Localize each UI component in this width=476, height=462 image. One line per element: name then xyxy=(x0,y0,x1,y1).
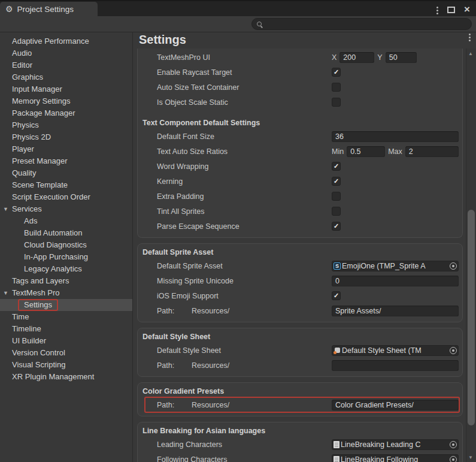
search-box[interactable] xyxy=(251,18,472,30)
section-header: Text Component Default Settings xyxy=(141,117,459,129)
text-auto-size-ratios-min-field[interactable] xyxy=(347,146,385,157)
sidebar-item-scene-template[interactable]: Scene Template xyxy=(0,179,132,191)
sidebar-item-timeline[interactable]: Timeline xyxy=(0,323,132,335)
sidebar-item-label: Player xyxy=(12,144,34,153)
sidebar-item-label: Graphics xyxy=(12,73,43,81)
sidebar-item-version-control[interactable]: Version Control xyxy=(0,347,132,359)
path-prefix: Resources/ xyxy=(192,307,229,315)
parse-escape-sequence-checkbox[interactable]: ✓ xyxy=(332,222,341,231)
ios-emoji-support-checkbox[interactable]: ✓ xyxy=(332,291,341,300)
scrollbar-thumb[interactable] xyxy=(468,210,475,425)
auto-size-text-container-checkbox[interactable]: ✓ xyxy=(332,83,341,92)
axis-label-max: Max xyxy=(388,147,402,156)
path-resources-field[interactable] xyxy=(332,360,459,371)
sidebar-item-settings[interactable]: Settings xyxy=(0,299,132,311)
object-picker-icon[interactable] xyxy=(450,456,457,462)
sidebar-item-label: TextMesh Pro xyxy=(12,288,59,297)
sidebar-list: Adaptive PerformanceAudioEditorGraphicsI… xyxy=(0,35,132,383)
text-auto-size-ratios-max-field[interactable] xyxy=(405,146,459,157)
maximize-icon[interactable] xyxy=(447,7,455,13)
sidebar-item-visual-scripting[interactable]: Visual Scripting xyxy=(0,359,132,371)
sidebar-item-legacy-analytics[interactable]: Legacy Analytics xyxy=(0,263,132,275)
textmeshpro-ui-y-field[interactable] xyxy=(386,52,417,63)
leading-characters-object-field[interactable]: LineBreaking Leading C xyxy=(332,439,459,450)
tint-all-sprites-checkbox[interactable]: ✓ xyxy=(332,207,341,216)
sidebar-item-quality[interactable]: Quality xyxy=(0,167,132,179)
scroll-up-icon[interactable]: ▲ xyxy=(468,51,473,56)
sidebar-item-label: Ads xyxy=(24,216,37,225)
sidebar-item-physics-2d[interactable]: Physics 2D xyxy=(0,131,132,143)
section-header: Default Style Sheet xyxy=(141,331,459,343)
word-wrapping-checkbox[interactable]: ✓ xyxy=(332,162,341,171)
sidebar-item-physics[interactable]: Physics xyxy=(0,119,132,131)
missing-sprite-unicode-field[interactable] xyxy=(332,276,459,286)
scroll-down-icon[interactable]: ▼ xyxy=(468,455,473,460)
path-resources-field[interactable] xyxy=(332,306,459,316)
default-font-size-field[interactable] xyxy=(332,131,459,142)
close-icon[interactable]: × xyxy=(464,5,470,14)
default-style-sheet-object-field[interactable]: Default Style Sheet (TM xyxy=(332,345,459,356)
sidebar-item-xr-plugin-management[interactable]: XR Plugin Management xyxy=(0,371,132,383)
sidebar-item-label: XR Plugin Management xyxy=(12,372,94,381)
sidebar-item-time[interactable]: Time xyxy=(0,311,132,323)
search-input[interactable] xyxy=(265,19,471,29)
extra-padding-checkbox[interactable]: ✓ xyxy=(332,192,341,201)
row-control xyxy=(332,400,459,410)
row-control xyxy=(332,306,459,316)
object-picker-icon[interactable] xyxy=(450,441,457,448)
row-control xyxy=(332,276,459,286)
project-settings-tab[interactable]: ⚙ Project Settings xyxy=(0,2,98,16)
sidebar-item-adaptive-performance[interactable]: Adaptive Performance xyxy=(0,35,132,47)
sidebar-item-editor[interactable]: Editor xyxy=(0,59,132,71)
sidebar-item-memory-settings[interactable]: Memory Settings xyxy=(0,95,132,107)
path-prefix: Resources/ xyxy=(192,401,229,409)
row-label: Enable Raycast Target xyxy=(157,68,332,77)
sidebar-item-tags-and-layers[interactable]: Tags and Layers xyxy=(0,275,132,287)
section-color-gradient-presets: Color Gradient PresetsPath:Resources/ xyxy=(137,382,463,416)
annotation-box: Settings xyxy=(18,299,58,311)
object-picker-icon[interactable] xyxy=(450,347,457,354)
scrollbar[interactable]: ▲ ▼ xyxy=(466,49,476,462)
enable-raycast-target-checkbox[interactable]: ✓ xyxy=(332,68,341,77)
following-characters-object-field[interactable]: LineBreaking Following xyxy=(332,454,459,462)
sidebar-item-services[interactable]: ▼Services xyxy=(0,203,132,215)
sidebar-item-ui-builder[interactable]: UI Builder xyxy=(0,335,132,347)
row-control: MinMax xyxy=(332,146,459,157)
textmeshpro-ui-x-field[interactable] xyxy=(339,52,374,63)
sidebar-item-cloud-diagnostics[interactable]: Cloud Diagnostics xyxy=(0,239,132,251)
row-control: ✓ xyxy=(332,222,459,231)
row-label: Path:Resources/ xyxy=(157,307,332,315)
row-control xyxy=(332,131,459,142)
foldout-triangle-icon[interactable]: ▼ xyxy=(3,287,8,299)
settings-menu-icon[interactable] xyxy=(469,34,471,35)
section-header: Default Sprite Asset xyxy=(141,246,459,258)
sidebar-item-label: Quality xyxy=(12,168,36,177)
sidebar-item-ads[interactable]: Ads xyxy=(0,215,132,227)
sidebar-item-script-execution-order[interactable]: Script Execution Order xyxy=(0,191,132,203)
row-label: Text Auto Size Ratios xyxy=(157,147,332,156)
tab-title: Project Settings xyxy=(17,5,74,14)
sidebar-item-graphics[interactable]: Graphics xyxy=(0,71,132,83)
is-object-scale-static-checkbox[interactable]: ✓ xyxy=(332,98,341,107)
default-sprite-asset-object-field[interactable]: SEmojiOne (TMP_Sprite A xyxy=(332,261,459,271)
content-area: Adaptive PerformanceAudioEditorGraphicsI… xyxy=(0,32,476,462)
sidebar-item-build-automation[interactable]: Build Automation xyxy=(0,227,132,239)
sidebar-item-preset-manager[interactable]: Preset Manager xyxy=(0,155,132,167)
object-picker-icon[interactable] xyxy=(450,262,457,270)
row-control: ✓ xyxy=(332,68,459,77)
sidebar-item-audio[interactable]: Audio xyxy=(0,47,132,59)
kerning-checkbox[interactable]: ✓ xyxy=(332,177,341,186)
sidebar-item-label: Preset Manager xyxy=(12,156,68,165)
sidebar-item-input-manager[interactable]: Input Manager xyxy=(0,83,132,95)
row-label: Is Object Scale Static xyxy=(157,98,332,107)
window-controls: × xyxy=(436,5,470,14)
sidebar-item-textmesh-pro[interactable]: ▼TextMesh Pro xyxy=(0,287,132,299)
sidebar-item-in-app-purchasing[interactable]: In-App Purchasing xyxy=(0,251,132,263)
sidebar-item-label: Memory Settings xyxy=(12,96,71,105)
sidebar-item-package-manager[interactable]: Package Manager xyxy=(0,107,132,119)
row-is-object-scale-static: Is Object Scale Static✓ xyxy=(141,95,459,110)
window-menu-icon[interactable] xyxy=(436,7,438,8)
sidebar-item-player[interactable]: Player xyxy=(0,143,132,155)
path-resources-field[interactable] xyxy=(332,400,459,410)
foldout-triangle-icon[interactable]: ▼ xyxy=(3,203,8,215)
